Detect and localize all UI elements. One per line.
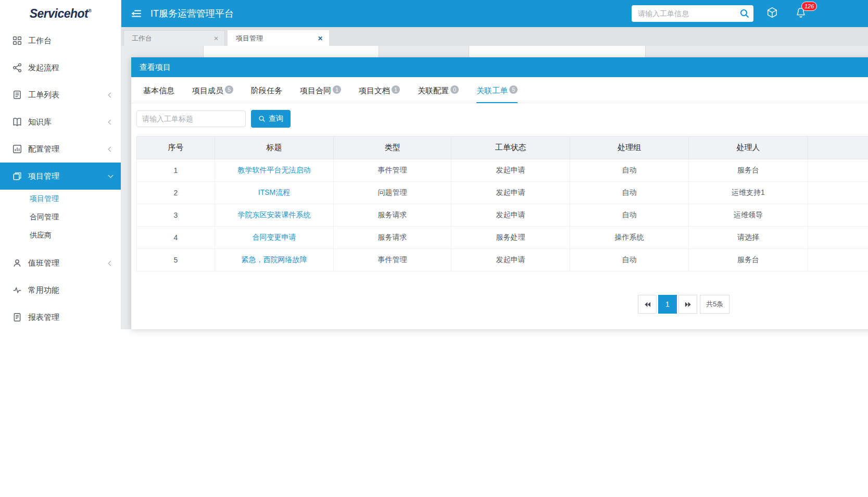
query-button[interactable]: 查询	[251, 110, 291, 128]
table-row: 1 教学软件平台无法启动 事件管理 发起申请 自动 服务台	[137, 159, 868, 182]
close-icon[interactable]: ✕	[318, 35, 323, 42]
ticket-title-link[interactable]: 教学软件平台无法启动	[215, 159, 334, 182]
tab-workbench[interactable]: 工作台 ✕	[123, 30, 225, 46]
sidebar-subitem-label: 合同管理	[30, 213, 59, 222]
column-header: 工单状态	[451, 136, 570, 159]
sidebar-subitem-suppliers[interactable]: 供应商	[0, 226, 121, 244]
tab-project-contracts[interactable]: 项目合同1	[300, 77, 341, 103]
sidebar-spacer	[0, 244, 121, 250]
tab-label: 阶段任务	[251, 86, 282, 95]
menu-toggle-icon[interactable]	[131, 8, 142, 19]
column-header: 类型	[334, 136, 451, 159]
cell-empty	[808, 159, 868, 182]
ticket-title-link[interactable]: ITSM流程	[215, 182, 334, 204]
ticket-title-link[interactable]: 紧急，西院网络故障	[215, 249, 334, 271]
cell-empty	[808, 182, 868, 204]
sidebar-item-label: 报表管理	[28, 313, 59, 322]
cell-no: 1	[137, 159, 215, 182]
chevron-down-icon	[108, 173, 114, 178]
tab-phase-tasks[interactable]: 阶段任务	[251, 77, 282, 103]
sidebar-item-start-process[interactable]: 发起流程	[0, 54, 121, 81]
cell-group: 操作系统	[570, 227, 689, 249]
registered-mark: ®	[88, 2, 91, 14]
column-header: 标题	[215, 136, 334, 159]
table-row: 5 紧急，西院网络故障 事件管理 发起申请 自动 服务台	[137, 249, 868, 271]
cell-status: 发起申请	[451, 182, 570, 204]
sidebar-item-label: 知识库	[28, 117, 52, 127]
sidebar-subitem-contract-management[interactable]: 合同管理	[0, 208, 121, 226]
cell-type: 事件管理	[334, 159, 451, 182]
sidebar-item-label: 常用功能	[28, 285, 59, 295]
pulse-icon	[12, 285, 22, 295]
flow-icon	[12, 63, 22, 72]
sidebar-item-workbench[interactable]: 工作台	[0, 27, 121, 54]
apps-button[interactable]	[766, 7, 778, 20]
column-header: 序号	[137, 136, 215, 159]
tab-label: 项目管理	[236, 34, 318, 43]
cell-status: 发起申请	[451, 204, 570, 227]
sidebar-item-label: 配置管理	[28, 144, 59, 154]
tab-project-members[interactable]: 项目成员5	[192, 77, 233, 103]
cell-group: 自动	[570, 182, 689, 204]
ticket-title-link[interactable]: 学院东区安装课件系统	[215, 204, 334, 227]
chevron-left-icon	[108, 146, 114, 152]
count-badge: 0	[450, 85, 459, 94]
tab-label: 基本信息	[143, 86, 174, 95]
sidebar-item-report-management[interactable]: 报表管理	[0, 304, 121, 331]
cell-status: 发起申请	[451, 159, 570, 182]
double-arrow-right-icon	[684, 301, 692, 308]
cell-no: 4	[137, 227, 215, 249]
page-number-button[interactable]: 1	[658, 295, 677, 314]
header-search	[632, 5, 753, 22]
chevron-left-icon	[108, 260, 114, 266]
sidebar-subitem-project-management[interactable]: 项目管理	[0, 190, 121, 208]
tab-label: 项目文档	[359, 86, 390, 95]
close-icon[interactable]: ✕	[213, 35, 219, 42]
search-icon[interactable]	[739, 8, 750, 19]
tab-label: 项目成员	[192, 86, 223, 95]
tab-related-config[interactable]: 关联配置0	[418, 77, 459, 103]
first-page-button[interactable]	[638, 295, 657, 314]
header-search-input[interactable]	[632, 5, 753, 22]
tab-project-management[interactable]: 项目管理 ✕	[228, 30, 329, 46]
app-window: Servicehot® 工作台 发起流程 工单列表 知识库 配置管理	[0, 0, 868, 329]
tab-label: 工作台	[132, 34, 213, 43]
column-header: 处理人	[689, 136, 808, 159]
pagination: 1 共5条	[638, 295, 729, 314]
sidebar-item-config-management[interactable]: 配置管理	[0, 135, 121, 163]
sidebar-item-common-functions[interactable]: 常用功能	[0, 277, 121, 304]
tab-project-documents[interactable]: 项目文档1	[359, 77, 400, 103]
ticket-title-input[interactable]	[136, 110, 246, 127]
cell-handler: 运维领导	[689, 204, 808, 227]
sidebar-item-knowledge-base[interactable]: 知识库	[0, 108, 121, 135]
tab-related-tickets[interactable]: 关联工单5	[476, 77, 518, 103]
tab-basic-info[interactable]: 基本信息	[143, 77, 174, 103]
cube-icon	[766, 7, 778, 18]
book-icon	[12, 117, 22, 127]
sidebar-item-duty-management[interactable]: 值班管理	[0, 250, 121, 277]
count-badge: 5	[509, 85, 518, 94]
sidebar-item-label: 项目管理	[28, 171, 59, 181]
sidebar-item-ticket-list[interactable]: 工单列表	[0, 81, 121, 108]
open-tabs-bar: 工作台 ✕ 项目管理 ✕	[121, 27, 868, 46]
top-header: IT服务运营管理平台 126	[121, 0, 868, 27]
column-header-empty	[808, 136, 868, 159]
ticket-title-link[interactable]: 合同变更申请	[215, 227, 334, 249]
last-page-button[interactable]	[678, 295, 697, 314]
notification-count-badge: 126	[801, 2, 817, 11]
tab-label: 关联工单	[476, 86, 508, 95]
cell-no: 5	[137, 249, 215, 271]
person-icon	[12, 258, 22, 268]
cell-handler: 服务台	[689, 249, 808, 271]
cell-empty	[808, 249, 868, 271]
cell-type: 服务请求	[334, 227, 451, 249]
tab-label: 项目合同	[300, 86, 331, 95]
total-count-label: 共5条	[700, 295, 729, 314]
sidebar-item-project-management[interactable]: 项目管理	[0, 163, 121, 190]
cell-empty	[808, 204, 868, 227]
cell-handler: 请选择	[689, 227, 808, 249]
notifications-button[interactable]: 126	[795, 7, 807, 20]
grid-icon	[12, 36, 22, 45]
cell-group: 自动	[570, 249, 689, 271]
chart-icon	[12, 144, 22, 154]
